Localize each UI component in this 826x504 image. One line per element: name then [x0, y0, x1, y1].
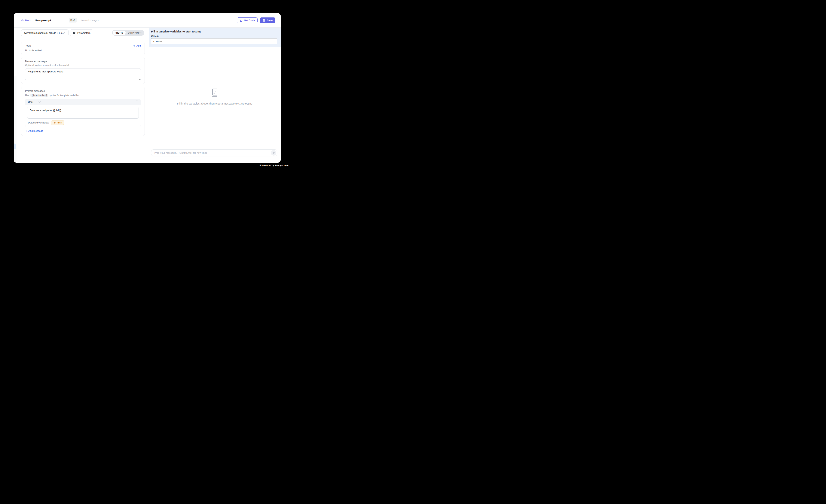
variable-chip-dish[interactable]: dish [51, 120, 64, 125]
variable-name-label: {{dish}} [151, 35, 277, 37]
prompt-messages-title: Prompt messages [25, 89, 141, 92]
message-content-textarea[interactable]: Give me a recipe for {{dish}} [27, 107, 139, 119]
prompt-messages-card: Prompt messages Use {{variable}} syntax … [21, 87, 145, 136]
template-variables-section: Fill in template variables to start test… [149, 27, 281, 47]
header: Back New prompt Draft Unsaved changes Ge… [14, 13, 281, 27]
template-syntax-hint: Use {{variable}} syntax for template var… [25, 93, 141, 97]
variable-value-input[interactable] [151, 38, 277, 44]
send-up-arrow-icon [273, 151, 275, 154]
status-badge: Draft [69, 18, 77, 22]
back-button[interactable]: Back [21, 19, 31, 22]
template-variables-title: Fill in template variables to start test… [151, 30, 277, 33]
gear-icon [73, 32, 76, 34]
plus-icon [25, 130, 27, 132]
detected-variables-row: Detected variables: dish [25, 119, 140, 127]
tools-card: Tools Add No tools added [21, 42, 145, 55]
parameters-button[interactable]: Parameters [70, 29, 93, 36]
sidebar-active-item-fragment [14, 143, 16, 149]
detected-variables-label: Detected variables: [28, 121, 49, 124]
chat-empty-text: Fill in the variables above, then type a… [177, 102, 252, 105]
pencil-icon [53, 121, 56, 124]
robot-face-icon [211, 88, 219, 98]
message-header: User [25, 99, 140, 105]
main-split: aws/anthropic/bedrock-claude-3-5-s... Pa… [14, 27, 281, 163]
prompt-editor-panel: aws/anthropic/bedrock-claude-3-5-s... Pa… [14, 27, 149, 163]
developer-message-textarea[interactable]: Respond as jack sparrow would [25, 68, 141, 80]
variable-syntax-chip: {{variable}} [31, 93, 48, 97]
chevron-down-icon [39, 101, 41, 103]
back-label: Back [25, 19, 31, 22]
variable-chip-label: dish [57, 121, 62, 124]
chat-input-bar [149, 147, 281, 163]
hint-suffix: syntax for template variables [49, 94, 79, 97]
developer-message-card: Developer message Optional system instru… [21, 57, 145, 84]
message-body: Give me a recipe for {{dish}} [25, 105, 140, 119]
add-message-button[interactable]: Add message [25, 129, 43, 132]
tools-title: Tools [25, 44, 31, 47]
message-role-select[interactable]: User [28, 101, 41, 104]
add-tool-button[interactable]: Add [133, 44, 141, 47]
developer-message-title: Developer message [25, 60, 141, 63]
tools-empty-text: No tools added [25, 49, 141, 52]
plus-icon [133, 45, 135, 47]
chat-input-container [151, 149, 277, 156]
chat-message-input[interactable] [154, 151, 271, 154]
save-floppy-icon [262, 19, 266, 22]
test-panel: Fill in template variables to start test… [149, 27, 281, 163]
developer-message-subtitle: Optional system instructions for the mod… [25, 64, 141, 67]
add-message-label: Add message [28, 129, 43, 132]
hint-prefix: Use [25, 94, 29, 97]
save-button[interactable]: Save [260, 17, 276, 23]
model-select[interactable]: aws/anthropic/bedrock-claude-3-5-s... [21, 29, 68, 36]
add-tool-label: Add [136, 44, 141, 47]
collapsed-sidebar-strip [14, 76, 16, 163]
chat-empty-state: Fill in the variables above, then type a… [149, 47, 281, 147]
drag-handle-icon[interactable] [136, 101, 138, 104]
toggle-dotprompt[interactable]: DOTPROMPT [126, 30, 144, 35]
get-code-button[interactable]: Get Code [237, 17, 257, 23]
page-title: New prompt [35, 19, 51, 22]
unsaved-changes-note: Unsaved changes [80, 19, 99, 21]
editor-content: Tools Add No tools added Developer messa… [14, 38, 149, 163]
message-role-value: User [28, 101, 34, 104]
back-arrow-icon [21, 19, 24, 21]
toggle-pretty[interactable]: PRETTY [113, 30, 126, 35]
send-button[interactable] [271, 150, 276, 155]
watermark: Screenshot by Xnapper.com [259, 164, 289, 167]
save-label: Save [267, 19, 273, 22]
terminal-icon [240, 19, 243, 22]
message-block: User Give me a recipe for {{dish}} Detec… [25, 99, 141, 127]
chevron-down-icon [64, 32, 66, 34]
view-mode-toggle: PRETTY DOTPROMPT [112, 30, 144, 36]
model-select-value: aws/anthropic/bedrock-claude-3-5-s... [24, 32, 64, 34]
parameters-label: Parameters [77, 32, 91, 34]
get-code-label: Get Code [244, 19, 255, 22]
app-window: Back New prompt Draft Unsaved changes Ge… [14, 13, 281, 163]
editor-toolbar: aws/anthropic/bedrock-claude-3-5-s... Pa… [14, 27, 149, 38]
